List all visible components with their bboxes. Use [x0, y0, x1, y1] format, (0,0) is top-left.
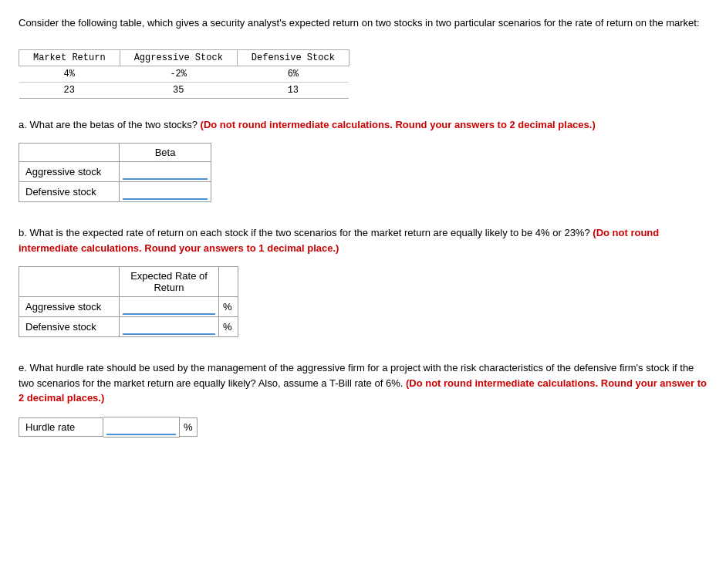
q-b-empty-header	[19, 267, 120, 297]
intro-text: Consider the following table, which give…	[19, 15, 707, 31]
col-market-return: Market Return	[19, 49, 120, 66]
table-cell: -2%	[120, 66, 237, 82]
aggressive-pct: %	[219, 297, 238, 317]
question-b-text: b. What is the expected rate of return o…	[19, 225, 707, 255]
hurdle-rate-input[interactable]	[106, 419, 176, 435]
aggressive-return-input[interactable]	[123, 299, 215, 315]
table-row: Aggressive stock %	[19, 297, 238, 317]
question-b-normal: b. What is the expected rate of return o…	[19, 227, 590, 238]
table-cell: 4%	[19, 66, 120, 82]
q-a-empty-header	[19, 144, 120, 162]
aggressive-beta-input[interactable]	[123, 164, 208, 180]
defensive-stock-b-label: Defensive stock	[19, 317, 120, 337]
q-a-beta-header: Beta	[120, 144, 211, 162]
question-a-table: Beta Aggressive stock Defensive stock	[19, 143, 211, 202]
defensive-return-input[interactable]	[123, 319, 215, 335]
defensive-stock-label: Defensive stock	[19, 182, 120, 202]
table-cell: 6%	[237, 66, 349, 82]
aggressive-return-cell	[120, 297, 219, 317]
table-row: Defensive stock %	[19, 317, 238, 337]
hurdle-pct: %	[180, 417, 198, 437]
aggressive-beta-cell	[120, 162, 211, 182]
expected-rate-header-line1: Expected Rate of	[130, 270, 208, 282]
expected-rate-header-line2: Return	[154, 282, 184, 293]
col-aggressive-stock: Aggressive Stock	[120, 49, 237, 66]
q-b-pct-header	[219, 267, 238, 297]
table-row: 4%-2%6%	[19, 66, 349, 82]
aggressive-stock-label: Aggressive stock	[19, 162, 120, 182]
defensive-beta-input[interactable]	[123, 184, 208, 200]
question-a-text: a. What are the betas of the two stocks?…	[19, 117, 707, 133]
defensive-beta-cell	[120, 182, 211, 202]
data-table: Market Return Aggressive Stock Defensive…	[19, 49, 349, 99]
question-a-bold: (Do not round intermediate calculations.…	[201, 119, 596, 130]
hurdle-input-cell	[103, 417, 180, 438]
table-row: 233513	[19, 82, 349, 98]
q-b-expected-header: Expected Rate of Return	[120, 267, 219, 297]
hurdle-label: Hurdle rate	[19, 417, 103, 437]
question-a-normal: a. What are the betas of the two stocks?	[19, 119, 198, 130]
defensive-return-cell	[120, 317, 219, 337]
col-defensive-stock: Defensive Stock	[237, 49, 349, 66]
table-row: Aggressive stock	[19, 162, 211, 182]
table-cell: 13	[237, 82, 349, 98]
question-e-text: e. What hurdle rate should be used by th…	[19, 360, 707, 406]
hurdle-rate-row: Hurdle rate %	[19, 417, 707, 438]
aggressive-stock-b-label: Aggressive stock	[19, 297, 120, 317]
table-cell: 35	[120, 82, 237, 98]
table-row: Defensive stock	[19, 182, 211, 202]
question-b-table: Expected Rate of Return Aggressive stock…	[19, 266, 238, 337]
table-cell: 23	[19, 82, 120, 98]
defensive-pct: %	[219, 317, 238, 337]
